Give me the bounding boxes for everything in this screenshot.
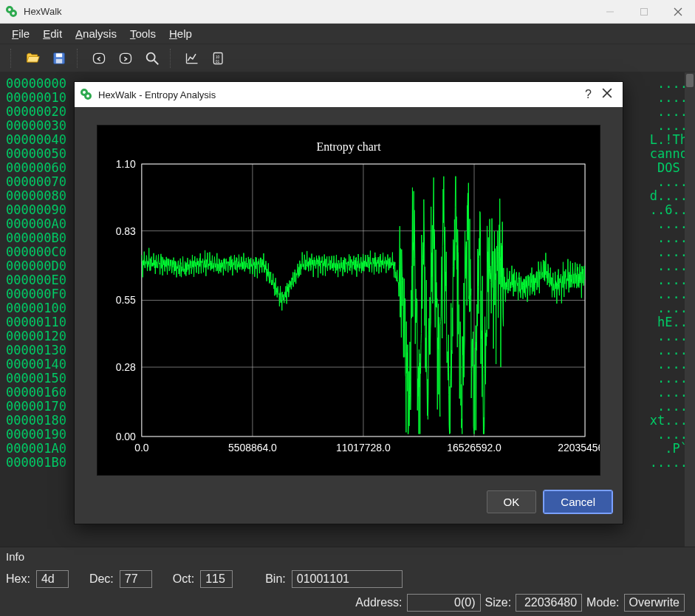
hex-ascii: .... (650, 245, 688, 259)
svg-text:0.55: 0.55 (116, 294, 136, 306)
window-controls (593, 0, 695, 23)
bin-field[interactable]: 01001101 (292, 570, 403, 588)
dialog-footer: OK Cancel (75, 483, 623, 524)
search-button[interactable] (142, 48, 162, 69)
menu-tools[interactable]: Tools (124, 25, 162, 42)
entropy-dialog: HexWalk - Entropy Analysis ? Entropy cha… (74, 81, 623, 524)
svg-text:1.10: 1.10 (116, 158, 136, 170)
svg-text:11017728.0: 11017728.0 (336, 442, 391, 454)
main-titlebar: HexWalk (0, 0, 695, 24)
svg-text:01: 01 (216, 58, 220, 63)
info-panel: Info Hex: 4d Dec: 77 Oct: 115 Bin: 01001… (0, 547, 695, 616)
svg-text:16526592.0: 16526592.0 (447, 442, 501, 454)
undo-button[interactable] (89, 48, 109, 69)
dec-field[interactable]: 77 (120, 570, 152, 588)
minimize-icon (606, 7, 614, 16)
hex-ascii: d.... (650, 189, 688, 203)
dialog-controls: ? (585, 88, 623, 101)
hex-ascii: L.!Th (650, 133, 688, 147)
redo-button[interactable] (115, 48, 136, 69)
dec-label: Dec: (89, 572, 114, 586)
hex-ascii: .... (650, 428, 688, 442)
hex-ascii: .... (650, 287, 688, 301)
maximize-button[interactable] (627, 0, 661, 24)
chart-button[interactable] (182, 48, 202, 69)
hex-ascii: .... (650, 231, 688, 245)
binary-button[interactable]: 1001 (208, 48, 229, 69)
svg-text:22035456.0: 22035456.0 (558, 442, 600, 454)
open-file-icon (24, 51, 41, 66)
size-label: Size: (485, 596, 512, 609)
toolbar-separator (77, 49, 81, 68)
mode-label: Mode: (586, 596, 619, 609)
hex-scrollbar[interactable] (685, 72, 695, 547)
svg-rect-1 (641, 9, 648, 16)
dialog-help-button[interactable]: ? (585, 88, 592, 101)
hex-ascii: ..... (650, 456, 688, 470)
main-window-title: HexWalk (24, 6, 593, 17)
hex-ascii-column: ................L.!Thcanno DOS ....d....… (650, 77, 688, 470)
menu-edit[interactable]: Edit (37, 25, 68, 42)
hex-ascii: .... (650, 175, 688, 189)
address-field[interactable]: 0(0) (407, 594, 481, 612)
oct-field[interactable]: 115 (200, 570, 233, 588)
bin-label: Bin: (265, 572, 286, 586)
hex-ascii: hE.. (650, 315, 688, 329)
svg-text:Entropy chart: Entropy chart (316, 140, 381, 154)
maximize-icon (640, 7, 648, 16)
app-icon (81, 89, 92, 100)
dialog-title: HexWalk - Entropy Analysis (98, 89, 585, 100)
address-label: Address: (355, 596, 402, 609)
undo-icon (91, 51, 107, 66)
hex-ascii: .... (650, 343, 688, 357)
save-button[interactable] (49, 48, 69, 69)
mode-field[interactable]: Overwrite (624, 594, 685, 612)
entropy-chart[interactable]: Entropy chart0.000.280.550.831.100.05508… (97, 125, 600, 476)
close-button[interactable] (661, 0, 695, 24)
save-icon (52, 51, 66, 66)
hex-ascii: .... (650, 273, 688, 287)
minimize-button[interactable] (593, 0, 627, 24)
hex-ascii: .... (650, 77, 688, 91)
cancel-button[interactable]: Cancel (544, 490, 612, 513)
chart-icon (184, 51, 200, 66)
redo-icon (117, 51, 134, 66)
dialog-titlebar: HexWalk - Entropy Analysis ? (75, 82, 623, 107)
svg-line-10 (154, 60, 159, 64)
hex-ascii: .... (650, 357, 688, 372)
hex-ascii: .... (650, 386, 688, 400)
svg-rect-6 (56, 58, 62, 63)
menu-help[interactable]: Help (163, 25, 198, 42)
scrollbar-thumb[interactable] (686, 74, 694, 87)
svg-text:0.83: 0.83 (116, 225, 136, 237)
hex-ascii: .... (650, 372, 688, 386)
oct-label: Oct: (173, 572, 194, 586)
hex-ascii: .... (650, 119, 688, 133)
hex-ascii: .... (650, 329, 688, 343)
hex-field[interactable]: 4d (36, 570, 69, 588)
app-icon (6, 6, 18, 18)
open-file-button[interactable] (22, 48, 43, 69)
hex-ascii: .P` (650, 442, 688, 456)
binary-icon: 1001 (210, 51, 227, 66)
svg-text:0.28: 0.28 (116, 361, 136, 373)
dialog-close-button[interactable] (602, 88, 612, 101)
hex-ascii: DOS (650, 161, 688, 175)
hex-ascii: canno (650, 147, 688, 161)
hex-ascii: .... (650, 105, 688, 119)
info-values-row: Hex: 4d Dec: 77 Oct: 115 Bin: 01001101 (6, 570, 689, 588)
ok-button[interactable]: OK (487, 490, 537, 513)
menu-file[interactable]: File (6, 25, 35, 42)
hex-ascii: .... (650, 400, 688, 414)
hex-ascii: .... (650, 301, 688, 315)
svg-point-9 (147, 52, 155, 61)
menu-analysis[interactable]: Analysis (69, 25, 123, 42)
search-icon (144, 50, 160, 66)
hex-ascii: .... (650, 217, 688, 231)
hex-ascii: ..6.. (650, 203, 688, 217)
info-title: Info (6, 550, 689, 563)
dialog-body: Entropy chart0.000.280.550.831.100.05508… (75, 107, 623, 483)
svg-rect-5 (56, 53, 62, 57)
size-field[interactable]: 22036480 (516, 594, 582, 612)
toolbar-separator (170, 49, 174, 68)
